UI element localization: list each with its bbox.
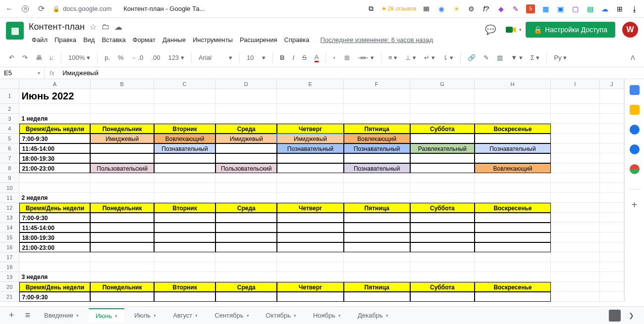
cell[interactable] [215, 89, 277, 104]
formula-input[interactable]: Имиджевый [59, 69, 102, 77]
menu-insert[interactable]: Вставка [99, 34, 128, 46]
sheet-tab-Июнь[interactable]: Июнь ▾ [89, 308, 124, 323]
addons-icon[interactable]: + [630, 199, 640, 209]
menu-data[interactable]: Данные [160, 34, 189, 46]
reviews-badge[interactable]: ★ 2К отзывов [381, 5, 416, 12]
cell[interactable] [277, 193, 343, 203]
cell[interactable]: Суббота [410, 124, 475, 134]
cell[interactable] [215, 114, 277, 124]
cell[interactable]: Понедельник [90, 203, 154, 213]
row-header[interactable]: 12 [0, 203, 19, 213]
cell[interactable]: Пятница [344, 282, 410, 292]
print-icon[interactable]: 🖶 [33, 52, 45, 63]
cell[interactable] [410, 242, 475, 252]
avatar[interactable]: W [622, 22, 638, 38]
cell[interactable]: Имиджевый [277, 134, 343, 143]
keep-icon[interactable] [630, 105, 640, 115]
text-color-icon[interactable]: A [312, 51, 322, 64]
cell[interactable]: 2 неделя [19, 193, 90, 203]
cell[interactable] [475, 272, 551, 282]
row-header[interactable]: 10 [0, 183, 19, 193]
cell[interactable]: 11:45-14:00 [19, 223, 90, 232]
menu-edit[interactable]: Правка [52, 34, 79, 46]
cell[interactable] [344, 114, 410, 124]
cell[interactable] [154, 114, 215, 124]
cell[interactable] [90, 104, 154, 114]
last-edit[interactable]: Последнее изменение: 6 часов назад [318, 34, 436, 46]
cell[interactable]: Познавательный [154, 143, 215, 153]
zoom-select[interactable]: 100% ▾ [65, 52, 93, 63]
menu-format[interactable]: Формат [130, 34, 159, 46]
cell[interactable]: Развлекательный [410, 143, 475, 153]
cell[interactable] [551, 242, 600, 252]
cell[interactable] [410, 104, 475, 114]
sheet-tab-Сентябрь[interactable]: Сентябрь ▾ [208, 308, 256, 323]
cell[interactable] [90, 183, 154, 193]
cell[interactable] [600, 272, 624, 282]
cell[interactable] [277, 272, 343, 282]
cell[interactable] [277, 114, 343, 124]
cell[interactable] [410, 134, 475, 143]
cell[interactable] [90, 242, 154, 252]
cell[interactable] [475, 89, 551, 104]
cell[interactable] [600, 153, 624, 163]
cell[interactable] [600, 89, 624, 104]
col-F[interactable]: F [344, 79, 410, 89]
ext-icon-1[interactable]: ◉ [437, 4, 446, 13]
ext-icon-3[interactable]: ⚙ [467, 4, 476, 13]
meet-icon[interactable]: ▾ [503, 22, 519, 38]
cell[interactable] [277, 252, 343, 262]
cell[interactable]: 7:00-9:30 [19, 213, 90, 223]
row-header[interactable]: 3 [0, 114, 19, 124]
cell[interactable] [600, 124, 624, 134]
cell[interactable] [475, 213, 551, 223]
row-header[interactable]: 14 [0, 223, 19, 232]
cell[interactable]: Время/День недели [19, 203, 90, 213]
halign-icon[interactable]: ≡ ▾ [385, 52, 400, 63]
cell[interactable] [475, 252, 551, 262]
cell[interactable] [154, 252, 215, 262]
cell[interactable] [600, 242, 624, 252]
cell[interactable]: Имиджевый [90, 134, 154, 143]
undo-icon[interactable]: ↶ [6, 52, 17, 63]
cell[interactable] [410, 114, 475, 124]
row-header[interactable]: 2 [0, 104, 19, 114]
paint-format-icon[interactable]: ⟀ [47, 52, 57, 63]
cell[interactable]: 7:00-9:30 [19, 134, 90, 143]
row-header[interactable]: 6 [0, 143, 19, 153]
col-C[interactable]: C [154, 79, 215, 89]
cell[interactable]: Среда [215, 282, 277, 292]
cell[interactable] [600, 292, 624, 302]
cell[interactable] [215, 242, 277, 252]
cell[interactable] [277, 213, 343, 223]
cell[interactable] [551, 272, 600, 282]
cell[interactable] [215, 292, 277, 302]
cell[interactable]: 21:00-23:00 [19, 242, 90, 252]
col-D[interactable]: D [215, 79, 277, 89]
cell[interactable] [600, 143, 624, 153]
row-header[interactable]: 1 [0, 89, 19, 104]
cell[interactable] [19, 252, 90, 262]
cell[interactable]: Имиджевый [215, 134, 277, 143]
cell[interactable] [551, 203, 600, 213]
ext-icon-9[interactable]: ▣ [556, 4, 565, 13]
cell[interactable] [551, 163, 600, 173]
maps-icon[interactable] [630, 164, 640, 174]
cell[interactable] [154, 163, 215, 173]
cell[interactable] [277, 223, 343, 232]
cell[interactable] [475, 242, 551, 252]
sheet-tab-Введение[interactable]: Введение ▾ [37, 308, 86, 323]
cell[interactable] [551, 262, 600, 272]
download-icon[interactable]: ⭳ [630, 4, 639, 13]
py-icon[interactable]: Рy ▾ [551, 52, 570, 63]
menu-extensions[interactable]: Расширения [237, 34, 280, 46]
row-header[interactable]: 19 [0, 272, 19, 282]
cell[interactable]: 3 неделя [19, 272, 90, 282]
cell-reference[interactable]: E5▾ [0, 67, 45, 79]
cell[interactable] [277, 242, 343, 252]
cell[interactable] [344, 242, 410, 252]
sheet-tab-Август[interactable]: Август ▾ [166, 308, 205, 323]
cell[interactable]: Воскресенье [475, 124, 551, 134]
strike-icon[interactable]: S [299, 52, 310, 63]
cell[interactable] [600, 252, 624, 262]
